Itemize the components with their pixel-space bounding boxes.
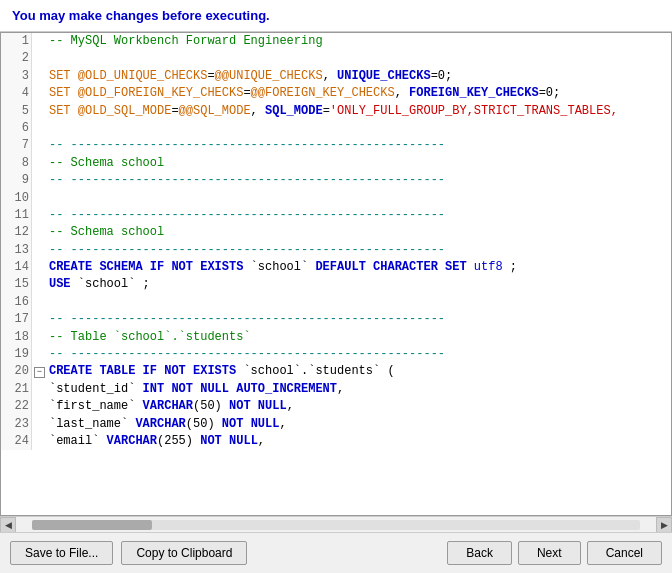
code-default: (255)	[157, 434, 200, 448]
line-number: 20	[1, 363, 31, 380]
code-dashes: -- -------------------------------------…	[49, 173, 445, 187]
code-keyword: NOT NULL	[229, 399, 287, 413]
code-comment: -- MySQL Workbench Forward Engineering	[49, 34, 323, 48]
code-default: =	[323, 104, 330, 118]
code-line-content: `email` VARCHAR(255) NOT NULL,	[47, 433, 671, 450]
table-row: 12-- Schema school	[1, 224, 671, 241]
code-variable: SET @OLD_SQL_MODE	[49, 104, 171, 118]
code-line-content: -- -------------------------------------…	[47, 207, 671, 224]
next-button[interactable]: Next	[518, 541, 581, 565]
fold-column	[31, 172, 47, 189]
code-string: 'ONLY_FULL_GROUP_BY,STRICT_TRANS_TABLES,	[330, 104, 618, 118]
line-number: 17	[1, 311, 31, 328]
line-number: 8	[1, 155, 31, 172]
line-number: 2	[1, 50, 31, 67]
code-line-content: -- -------------------------------------…	[47, 242, 671, 259]
save-to-file-button[interactable]: Save to File...	[10, 541, 113, 565]
code-default: =0;	[431, 69, 453, 83]
code-line-content: SET @OLD_UNIQUE_CHECKS=@@UNIQUE_CHECKS, …	[47, 68, 671, 85]
line-number: 23	[1, 416, 31, 433]
code-line-content: SET @OLD_FOREIGN_KEY_CHECKS=@@FOREIGN_KE…	[47, 85, 671, 102]
horizontal-scrollbar[interactable]: ◀ ▶	[0, 516, 672, 532]
code-default: =0;	[539, 86, 561, 100]
scrollbar-thumb[interactable]	[32, 520, 152, 530]
line-number: 4	[1, 85, 31, 102]
fold-column	[31, 381, 47, 398]
back-button[interactable]: Back	[447, 541, 512, 565]
code-line-content: -- Schema school	[47, 155, 671, 172]
code-default: `school` ;	[71, 277, 150, 291]
copy-to-clipboard-button[interactable]: Copy to Clipboard	[121, 541, 247, 565]
code-line-content: -- Table `school`.`students`	[47, 329, 671, 346]
table-row: 18-- Table `school`.`students`	[1, 329, 671, 346]
code-dashes: -- -------------------------------------…	[49, 208, 445, 222]
fold-column	[31, 85, 47, 102]
line-number: 1	[1, 33, 31, 50]
line-number: 11	[1, 207, 31, 224]
bottom-buttons: Save to File... Copy to Clipboard Back N…	[0, 532, 672, 573]
code-default: ,	[251, 104, 265, 118]
code-default: ,	[337, 382, 344, 396]
code-line-content: `first_name` VARCHAR(50) NOT NULL,	[47, 398, 671, 415]
scroll-left-arrow[interactable]: ◀	[0, 517, 16, 533]
code-dashes: -- -------------------------------------…	[49, 347, 445, 361]
code-line-content: CREATE TABLE IF NOT EXISTS `school`.`stu…	[47, 363, 671, 380]
line-number: 7	[1, 137, 31, 154]
scrollbar-track[interactable]	[32, 520, 640, 530]
code-keyword: INT NOT NULL AUTO_INCREMENT	[143, 382, 337, 396]
fold-button[interactable]: −	[34, 367, 45, 378]
code-line-content: USE `school` ;	[47, 276, 671, 293]
code-line-content: -- -------------------------------------…	[47, 346, 671, 363]
table-row: 23 `last_name` VARCHAR(50) NOT NULL,	[1, 416, 671, 433]
code-default: =	[171, 104, 178, 118]
code-default: ,	[279, 417, 286, 431]
fold-column	[31, 416, 47, 433]
code-variable: SET @OLD_FOREIGN_KEY_CHECKS	[49, 86, 243, 100]
fold-column[interactable]: −	[31, 363, 47, 380]
line-number: 12	[1, 224, 31, 241]
line-number: 6	[1, 120, 31, 137]
line-number: 13	[1, 242, 31, 259]
line-number: 3	[1, 68, 31, 85]
line-number: 18	[1, 329, 31, 346]
code-keyword: NOT NULL	[200, 434, 258, 448]
fold-column	[31, 259, 47, 276]
code-keyword: FOREIGN_KEY_CHECKS	[409, 86, 539, 100]
code-default: ,	[323, 69, 337, 83]
page-title: You may make changes before executing.	[12, 8, 270, 23]
code-keyword: USE	[49, 277, 71, 291]
fold-column	[31, 190, 47, 207]
code-default: (50)	[193, 399, 229, 413]
table-row: 16	[1, 294, 671, 311]
code-line-content: `last_name` VARCHAR(50) NOT NULL,	[47, 416, 671, 433]
code-line-content: -- -------------------------------------…	[47, 137, 671, 154]
fold-column	[31, 433, 47, 450]
code-comment: -- Schema school	[49, 156, 164, 170]
code-keyword: CREATE SCHEMA IF NOT EXISTS	[49, 260, 243, 274]
code-editor[interactable]: 1-- MySQL Workbench Forward Engineering2…	[0, 32, 672, 516]
code-dashes: -- -------------------------------------…	[49, 138, 445, 152]
cancel-button[interactable]: Cancel	[587, 541, 662, 565]
table-row: 8-- Schema school	[1, 155, 671, 172]
nav-buttons: Back Next Cancel	[447, 541, 662, 565]
code-default: =	[243, 86, 250, 100]
table-row: 7-- ------------------------------------…	[1, 137, 671, 154]
line-number: 19	[1, 346, 31, 363]
table-row: 20−CREATE TABLE IF NOT EXISTS `school`.`…	[1, 363, 671, 380]
fold-column	[31, 207, 47, 224]
code-variable: @@UNIQUE_CHECKS	[215, 69, 323, 83]
code-keyword: DEFAULT CHARACTER SET	[315, 260, 466, 274]
table-row: 17-- -----------------------------------…	[1, 311, 671, 328]
top-bar: You may make changes before executing.	[0, 0, 672, 32]
fold-column	[31, 103, 47, 120]
scroll-right-arrow[interactable]: ▶	[656, 517, 672, 533]
table-row: 11-- -----------------------------------…	[1, 207, 671, 224]
code-name: utf8	[474, 260, 503, 274]
table-row: 3SET @OLD_UNIQUE_CHECKS=@@UNIQUE_CHECKS,…	[1, 68, 671, 85]
fold-column	[31, 311, 47, 328]
code-keyword: VARCHAR	[143, 399, 193, 413]
code-line-content	[47, 120, 671, 137]
table-row: 4SET @OLD_FOREIGN_KEY_CHECKS=@@FOREIGN_K…	[1, 85, 671, 102]
fold-column	[31, 329, 47, 346]
fold-column	[31, 346, 47, 363]
